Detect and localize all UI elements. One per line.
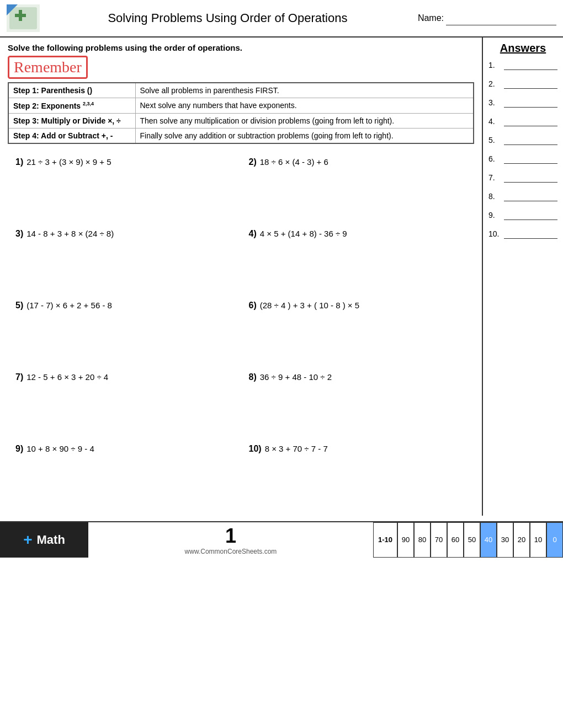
- step1-label: Step 1: Parenthesis (): [8, 83, 135, 98]
- answer-num-3: 3.: [488, 98, 504, 107]
- answer-num-6: 6.: [488, 154, 504, 163]
- main-layout: Solve the following problems using the o…: [0, 38, 563, 516]
- answer-blank-7[interactable]: [504, 173, 557, 183]
- step2-label: Step 2: Exponents 2,3,4: [8, 98, 135, 114]
- page-header: Solving Problems Using Order of Operatio…: [0, 0, 563, 38]
- problem-cell-2: 2)18 ÷ 6 × (4 - 3) + 6: [241, 152, 475, 223]
- page-title: Solving Problems Using Order of Operatio…: [49, 11, 407, 25]
- answer-num-4: 4.: [488, 117, 504, 126]
- score-cell-70: 70: [431, 522, 447, 558]
- problem-num-7: 7): [15, 372, 23, 382]
- problem-cell-5: 5)(17 - 7) × 6 + 2 + 56 - 8: [8, 295, 241, 367]
- answer-num-10: 10.: [488, 229, 504, 238]
- answer-blank-9[interactable]: [504, 210, 557, 220]
- problem-expr-5: (17 - 7) × 6 + 2 + 56 - 8: [26, 301, 112, 310]
- score-cell-30: 30: [497, 522, 513, 558]
- problem-expr-6: (28 ÷ 4 ) + 3 + ( 10 - 8 ) × 5: [260, 301, 359, 310]
- answer-blank-4[interactable]: [504, 116, 557, 126]
- footer-center: 1 www.CommonCoreSheets.com: [88, 522, 373, 558]
- problem-num-1: 1): [15, 157, 23, 167]
- problem-num-9: 9): [15, 444, 23, 454]
- footer-logo: + Math: [0, 522, 88, 558]
- answer-line-1: 1.: [488, 60, 557, 70]
- step2-desc: Next solve any numbers that have exponen…: [135, 98, 474, 114]
- scores-range-label: 1-10: [373, 522, 397, 558]
- score-cell-80: 80: [414, 522, 431, 558]
- answers-list: 1.2.3.4.5.6.7.8.9.10.: [488, 60, 557, 239]
- answer-line-2: 2.: [488, 79, 557, 89]
- problem-cell-1: 1)21 ÷ 3 + (3 × 9) × 9 + 5: [8, 152, 241, 223]
- answer-line-9: 9.: [488, 210, 557, 220]
- page-footer: + Math 1 www.CommonCoreSheets.com 1-10 9…: [0, 521, 563, 558]
- answer-blank-5[interactable]: [504, 135, 557, 145]
- problem-cell-4: 4)4 × 5 + (14 + 8) - 36 ÷ 9: [241, 223, 475, 295]
- footer-url: www.CommonCoreSheets.com: [185, 548, 277, 555]
- answer-blank-8[interactable]: [504, 191, 557, 201]
- answer-line-7: 7.: [488, 173, 557, 183]
- answer-line-10: 10.: [488, 229, 557, 239]
- answers-title: Answers: [488, 42, 557, 55]
- step1-desc: Solve all problems in parenthesis FIRST.: [135, 83, 474, 98]
- problem-num-5: 5): [15, 301, 23, 311]
- problem-num-3: 3): [15, 229, 23, 239]
- problem-expr-1: 21 ÷ 3 + (3 × 9) × 9 + 5: [26, 157, 111, 167]
- answer-blank-2[interactable]: [504, 79, 557, 89]
- instructions-text: Solve the following problems using the o…: [8, 43, 474, 52]
- answer-blank-1[interactable]: [504, 60, 557, 70]
- name-field[interactable]: [446, 25, 556, 25]
- step-row-4: Step 4: Add or Subtract +, - Finally sol…: [8, 128, 474, 143]
- problem-expr-4: 4 × 5 + (14 + 8) - 36 ÷ 9: [260, 229, 347, 238]
- problem-cell-6: 6)(28 ÷ 4 ) + 3 + ( 10 - 8 ) × 5: [241, 295, 475, 367]
- answer-line-6: 6.: [488, 154, 557, 164]
- answer-num-2: 2.: [488, 79, 504, 88]
- remember-label: Remember: [8, 56, 88, 79]
- logo-icon: [7, 4, 40, 32]
- step-row-1: Step 1: Parenthesis () Solve all problem…: [8, 83, 474, 98]
- problem-num-8: 8): [249, 372, 257, 382]
- steps-table: Step 1: Parenthesis () Solve all problem…: [8, 82, 474, 144]
- answers-panel: Answers 1.2.3.4.5.6.7.8.9.10.: [483, 38, 563, 516]
- plus-icon: +: [23, 531, 32, 549]
- answer-num-9: 9.: [488, 211, 504, 220]
- step-row-3: Step 3: Multiply or Divide ×, ÷ Then sol…: [8, 113, 474, 128]
- answer-num-5: 5.: [488, 136, 504, 144]
- problem-cell-10: 10)8 × 3 + 70 ÷ 7 - 7: [241, 438, 475, 510]
- svg-rect-1: [9, 7, 37, 29]
- problem-num-6: 6): [249, 301, 257, 311]
- problem-cell-9: 9)10 + 8 × 90 ÷ 9 - 4: [8, 438, 241, 510]
- answer-blank-10[interactable]: [504, 229, 557, 239]
- problem-expr-3: 14 - 8 + 3 + 8 × (24 ÷ 8): [26, 229, 114, 238]
- problem-num-10: 10): [249, 444, 262, 454]
- svg-rect-3: [15, 14, 26, 17]
- answer-line-5: 5.: [488, 135, 557, 145]
- problem-num-2: 2): [249, 157, 257, 167]
- answer-blank-6[interactable]: [504, 154, 557, 164]
- content-area: Solve the following problems using the o…: [0, 38, 483, 516]
- problem-expr-8: 36 ÷ 9 + 48 - 10 ÷ 2: [260, 372, 332, 382]
- score-cell-60: 60: [447, 522, 464, 558]
- problem-cell-3: 3)14 - 8 + 3 + 8 × (24 ÷ 8): [8, 223, 241, 295]
- score-cell-90: 90: [397, 522, 414, 558]
- problem-expr-2: 18 ÷ 6 × (4 - 3) + 6: [260, 157, 328, 167]
- answer-num-8: 8.: [488, 192, 504, 201]
- score-cell-40: 40: [480, 522, 497, 558]
- footer-scores: 1-10 9080706050403020100: [373, 522, 563, 558]
- step3-desc: Then solve any multiplication or divisio…: [135, 113, 474, 128]
- problem-num-4: 4): [249, 229, 257, 239]
- score-cell-20: 20: [513, 522, 530, 558]
- problem-expr-10: 8 × 3 + 70 ÷ 7 - 7: [265, 444, 328, 453]
- answer-line-4: 4.: [488, 116, 557, 126]
- score-cell-10: 10: [530, 522, 546, 558]
- answer-blank-3[interactable]: [504, 98, 557, 108]
- answer-line-8: 8.: [488, 191, 557, 201]
- footer-logo-text: Math: [37, 533, 65, 547]
- problems-grid: 1)21 ÷ 3 + (3 × 9) × 9 + 52)18 ÷ 6 × (4 …: [8, 152, 474, 510]
- footer-page: 1: [225, 524, 236, 548]
- problem-cell-8: 8)36 ÷ 9 + 48 - 10 ÷ 2: [241, 367, 475, 438]
- score-cell-0: 0: [546, 522, 563, 558]
- answer-num-7: 7.: [488, 173, 504, 182]
- step-row-2: Step 2: Exponents 2,3,4 Next solve any n…: [8, 98, 474, 114]
- step3-label: Step 3: Multiply or Divide ×, ÷: [8, 113, 135, 128]
- problem-cell-7: 7)12 - 5 + 6 × 3 + 20 ÷ 4: [8, 367, 241, 438]
- problem-expr-9: 10 + 8 × 90 ÷ 9 - 4: [26, 444, 94, 453]
